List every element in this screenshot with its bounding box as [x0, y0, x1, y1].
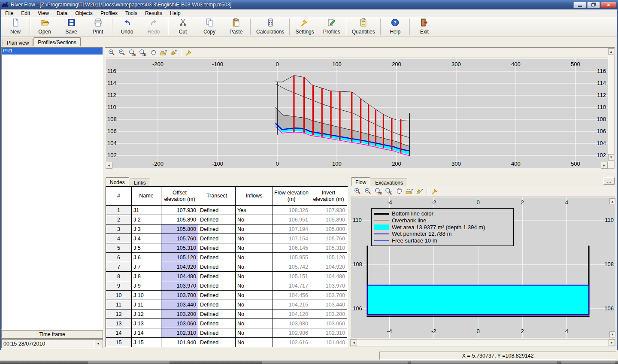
- cell-flow-elevation[interactable]: 103.980: [273, 319, 310, 328]
- cell-inflows[interactable]: No: [236, 328, 273, 338]
- zoom-out-button[interactable]: [117, 49, 127, 57]
- cell-number[interactable]: 15: [106, 338, 132, 347]
- cell-transect[interactable]: Defined: [198, 328, 236, 338]
- restore-button[interactable]: [587, 2, 600, 8]
- cell-flow-elevation[interactable]: 102.616: [273, 338, 310, 347]
- tab-nodes[interactable]: Nodes: [106, 177, 129, 186]
- measure-button[interactable]: ?: [404, 187, 414, 196]
- cell-name[interactable]: J 8: [132, 272, 161, 281]
- cell-offset-elevation[interactable]: 105.890: [161, 215, 198, 224]
- cell-inflows[interactable]: No: [236, 309, 273, 319]
- cell-flow-elevation[interactable]: 102.986: [273, 328, 310, 338]
- cell-inflows[interactable]: No: [236, 262, 273, 272]
- menu-item-edit[interactable]: Edit: [17, 9, 34, 17]
- cell-invert-elevation[interactable]: 102.310: [310, 328, 347, 338]
- cell-transect[interactable]: Defined: [198, 253, 236, 262]
- taskbar-button[interactable]: [561, 361, 615, 364]
- zoom-100-button[interactable]: 100: [373, 187, 383, 196]
- cell-offset-elevation[interactable]: 103.060: [161, 319, 198, 328]
- cell-offset-elevation[interactable]: 103.970: [161, 281, 198, 291]
- wrench-button[interactable]: [430, 187, 440, 196]
- zoom-window-button[interactable]: [137, 49, 148, 57]
- wrench-button[interactable]: [184, 49, 194, 57]
- cell-inflows[interactable]: Yes: [236, 206, 273, 215]
- cell-flow-elevation[interactable]: 106.145: [273, 243, 310, 253]
- cell-name[interactable]: J1: [132, 206, 161, 215]
- cell-transect[interactable]: Defined: [198, 262, 236, 272]
- zoom-in-button[interactable]: [106, 49, 117, 57]
- cell-offset-elevation[interactable]: 105.800: [161, 224, 198, 234]
- cell-number[interactable]: 3: [106, 224, 132, 234]
- cell-name[interactable]: J 12: [132, 309, 161, 319]
- cell-invert-elevation[interactable]: 103.440: [310, 300, 347, 309]
- cell-name[interactable]: J 15: [132, 338, 161, 347]
- cell-number[interactable]: 1: [106, 206, 132, 215]
- toolbar-button-redo[interactable]: Redo: [140, 18, 167, 36]
- cell-name[interactable]: J 7: [132, 262, 161, 272]
- toolbar-button-copy[interactable]: Copy: [196, 18, 223, 36]
- cell-transect[interactable]: Defined: [198, 291, 236, 300]
- cell-number[interactable]: 10: [106, 291, 132, 300]
- cell-invert-elevation[interactable]: 105.800: [310, 224, 347, 234]
- cell-transect[interactable]: Defined: [198, 234, 236, 243]
- cell-offset-elevation[interactable]: 101.940: [161, 338, 198, 347]
- cell-inflows[interactable]: No: [236, 253, 273, 262]
- cell-invert-elevation[interactable]: 103.700: [310, 291, 347, 300]
- section-hscroll-right-arrow[interactable]: ►: [609, 340, 615, 346]
- vscroll-up-arrow[interactable]: ▲: [608, 49, 614, 55]
- cell-name[interactable]: J 10: [132, 291, 161, 300]
- toolbar-button-paste[interactable]: Paste: [223, 18, 249, 36]
- cell-transect[interactable]: Defined: [198, 281, 236, 291]
- cell-inflows[interactable]: No: [236, 272, 273, 281]
- vscroll-down-arrow[interactable]: ▼: [608, 154, 614, 161]
- profile-list-item[interactable]: PR1: [2, 48, 103, 55]
- cell-invert-elevation[interactable]: 105.890: [310, 215, 347, 224]
- zoom-window-button[interactable]: [383, 187, 394, 196]
- section-vscroll-up-arrow[interactable]: ▲: [609, 198, 615, 204]
- pan-button[interactable]: [394, 187, 404, 196]
- combo-dropdown-arrow-icon[interactable]: ▼: [94, 340, 102, 347]
- time-frame-combo[interactable]: 00:15 28/07/2010 ▼: [1, 339, 103, 348]
- cell-name[interactable]: J 14: [132, 328, 161, 338]
- zoom-out-button[interactable]: [363, 187, 373, 196]
- pin-help-button[interactable]: ?: [414, 187, 424, 196]
- cell-name[interactable]: J 2: [132, 215, 161, 224]
- menu-item-file[interactable]: File: [1, 9, 17, 17]
- pan-button[interactable]: [148, 49, 158, 57]
- cell-inflows[interactable]: No: [236, 281, 273, 291]
- cell-number[interactable]: 6: [106, 253, 132, 262]
- pin-help-button[interactable]: ?: [168, 49, 179, 57]
- cell-invert-elevation[interactable]: 103.970: [310, 281, 347, 291]
- cell-transect[interactable]: Defined: [198, 243, 236, 253]
- toolbar-button-undo[interactable]: Undo: [114, 18, 140, 36]
- cell-number[interactable]: 8: [106, 272, 132, 281]
- menu-item-results[interactable]: Results: [141, 9, 166, 17]
- cell-offset-elevation[interactable]: 105.310: [161, 243, 198, 253]
- toolbar-button-exit[interactable]: Exit: [411, 18, 438, 36]
- cell-invert-elevation[interactable]: 104.920: [310, 262, 347, 272]
- cell-flow-elevation[interactable]: 106.951: [273, 215, 310, 224]
- cell-offset-elevation[interactable]: 105.760: [161, 234, 198, 243]
- cell-transect[interactable]: Defined: [198, 206, 236, 215]
- cell-flow-elevation[interactable]: 105.742: [273, 262, 310, 272]
- toolbar-button-save[interactable]: Save: [58, 18, 85, 36]
- cell-offset-elevation[interactable]: 103.700: [161, 291, 198, 300]
- cell-name[interactable]: J 13: [132, 319, 161, 328]
- tab-links[interactable]: Links: [130, 179, 150, 186]
- cell-number[interactable]: 4: [106, 234, 132, 243]
- toolbar-button-cut[interactable]: Cut: [170, 18, 196, 36]
- cell-inflows[interactable]: No: [236, 319, 273, 328]
- vertical-scrollbar[interactable]: ▲ ▼: [608, 48, 615, 169]
- cell-offset-elevation[interactable]: 104.480: [161, 272, 198, 281]
- cell-flow-elevation[interactable]: 105.955: [273, 253, 310, 262]
- section-hscroll-left-arrow[interactable]: ◄: [351, 340, 357, 346]
- menu-item-data[interactable]: Data: [53, 9, 71, 17]
- cell-transect[interactable]: Defined: [198, 272, 236, 281]
- cell-number[interactable]: 14: [106, 328, 132, 338]
- more-options-button[interactable]: ...: [603, 177, 615, 185]
- cell-offset-elevation[interactable]: 103.200: [161, 309, 198, 319]
- section-vscroll-down-arrow[interactable]: ▼: [609, 331, 615, 337]
- cell-flow-elevation[interactable]: 104.717: [273, 281, 310, 291]
- cell-inflows[interactable]: No: [236, 300, 273, 309]
- tab-profiles-sections[interactable]: Profiles/Sections: [33, 37, 80, 46]
